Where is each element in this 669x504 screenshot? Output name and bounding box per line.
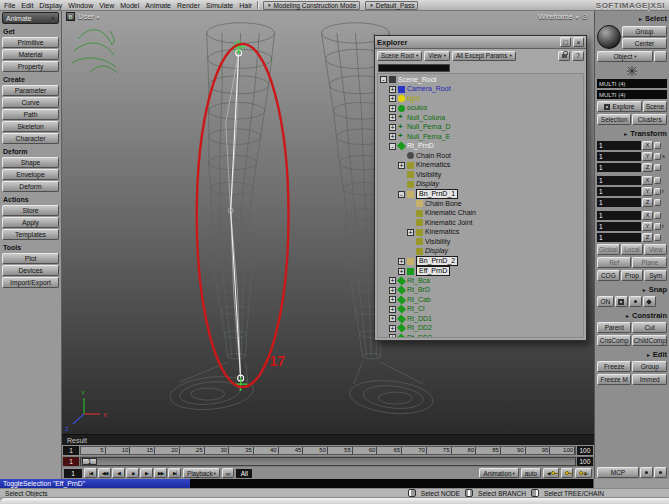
- snap-section-header[interactable]: ► Snap: [597, 285, 667, 294]
- childcomp-button[interactable]: ChildComp: [632, 335, 667, 346]
- expand-icon[interactable]: +: [389, 287, 396, 294]
- tree-node-rt-prnd[interactable]: -Rt_PrnD: [378, 142, 583, 152]
- edit-section-header[interactable]: ► Edit: [597, 350, 667, 359]
- menu-render[interactable]: Render: [177, 2, 200, 9]
- snap-point-button[interactable]: [629, 296, 642, 307]
- axis-button-y[interactable]: Y: [642, 222, 653, 231]
- axis-lock-toggle[interactable]: [654, 199, 661, 206]
- expand-icon[interactable]: +: [389, 133, 396, 140]
- axis-button-y[interactable]: Y: [642, 187, 653, 196]
- playback-menu-button[interactable]: Playback ▾: [183, 468, 220, 478]
- axis-lock-toggle[interactable]: [654, 188, 661, 195]
- timeline-slider-handle[interactable]: 1: [82, 458, 97, 465]
- axis-button-x[interactable]: X: [642, 176, 653, 185]
- center-button[interactable]: Center: [622, 38, 667, 49]
- timeline-slider-track[interactable]: 1: [80, 457, 576, 466]
- display-mode-menu[interactable]: Wireframe: [538, 12, 573, 21]
- cog-button[interactable]: COG: [597, 270, 620, 281]
- select-section-header[interactable]: ► Select: [597, 14, 667, 23]
- timeline-end-field[interactable]: 100: [577, 446, 593, 455]
- current-frame-entry[interactable]: 1: [64, 469, 82, 478]
- axis-button-z[interactable]: Z: [642, 233, 653, 242]
- timeline-ruler[interactable]: 5101520253035404550556065707580859095100: [80, 446, 576, 455]
- axis-lock-toggle[interactable]: [654, 164, 661, 171]
- transform-value-field[interactable]: 1: [597, 152, 641, 161]
- freeze-m-button[interactable]: Freeze M: [597, 374, 632, 385]
- expand-icon[interactable]: +: [389, 277, 396, 284]
- freeze-button[interactable]: Freeze: [597, 361, 632, 372]
- button-templates[interactable]: Templates: [2, 229, 59, 240]
- button-material[interactable]: Material: [2, 49, 59, 60]
- tree-node-oculos[interactable]: +oculos: [378, 104, 583, 114]
- axis-lock-toggle[interactable]: [654, 234, 661, 241]
- selection-list-field[interactable]: MULTI (4): [597, 79, 667, 88]
- menu-animate[interactable]: Animate: [145, 2, 171, 9]
- tree-node-rt-cab[interactable]: +Rt_Cab: [378, 295, 583, 305]
- prev-key-button[interactable]: ◀: [543, 468, 559, 478]
- snap-grid-button[interactable]: [615, 296, 628, 307]
- space-mode-global[interactable]: Global: [597, 244, 620, 255]
- button-shape[interactable]: Shape: [2, 157, 59, 168]
- menu-file[interactable]: File: [4, 2, 15, 9]
- expand-icon[interactable]: +: [389, 114, 396, 121]
- menu-view[interactable]: View: [99, 2, 114, 9]
- mcp-toggle-button[interactable]: MCP: [597, 467, 639, 478]
- explorer-filter-field[interactable]: [378, 64, 450, 72]
- axis-button-x[interactable]: X: [642, 141, 653, 150]
- lock-icon[interactable]: [558, 51, 570, 61]
- tree-node-bn-prnd-1[interactable]: -Bn_PrnD_1: [378, 189, 583, 199]
- immed-button[interactable]: Immed: [632, 374, 667, 385]
- tree-node-null-perna-d[interactable]: +Null_Perna_D: [378, 123, 583, 133]
- snap-midpoint-button[interactable]: [643, 296, 656, 307]
- tree-node-null-coluna[interactable]: +Null_Coluna: [378, 113, 583, 123]
- plane-button[interactable]: Plane: [632, 257, 667, 268]
- button-devices[interactable]: Devices: [2, 265, 59, 276]
- explorer-dropdown-view[interactable]: View▾: [424, 51, 450, 61]
- tree-node-bn-prnd-2[interactable]: +Bn_PrnD_2: [378, 256, 583, 266]
- go-end-button[interactable]: ▶|: [168, 468, 181, 478]
- selection-filter-dropdown[interactable]: Object ▾: [597, 51, 653, 62]
- collapse-icon[interactable]: -: [389, 143, 396, 150]
- prev-frame-button[interactable]: ◀: [112, 468, 125, 478]
- next-frame-button[interactable]: ▶▶: [154, 468, 167, 478]
- expand-icon[interactable]: +: [389, 306, 396, 313]
- snap-on-button[interactable]: ON: [597, 296, 614, 307]
- selection-button[interactable]: Selection: [597, 114, 632, 125]
- current-frame-field[interactable]: 1: [63, 457, 79, 466]
- cut-button[interactable]: Cut: [632, 322, 667, 333]
- space-mode-local[interactable]: Local: [621, 244, 644, 255]
- tree-node-chain-root[interactable]: Chain Root: [378, 151, 583, 161]
- script-log-area[interactable]: [190, 479, 593, 488]
- pass-dropdown[interactable]: ▼ Default_Pass: [365, 1, 418, 10]
- button-primitive[interactable]: Primitive: [2, 37, 59, 48]
- button-import-export[interactable]: Import/Export: [2, 277, 59, 288]
- selection-sphere-icon[interactable]: [597, 25, 621, 49]
- axis-button-x[interactable]: X: [642, 211, 653, 220]
- clusters-button[interactable]: Clusters: [632, 114, 667, 125]
- auto-key-button[interactable]: auto: [521, 468, 541, 478]
- axis-lock-toggle[interactable]: [654, 142, 661, 149]
- viewport-3d[interactable]: 17YXZ B User ▾ Wireframe ▾ ⊙ Explorer: [62, 11, 594, 435]
- tree-node-visibility[interactable]: Visibility: [378, 170, 583, 180]
- tree-node-rt-brd[interactable]: +Rt_BrD: [378, 286, 583, 296]
- space-mode-view[interactable]: View: [644, 244, 667, 255]
- axis-button-y[interactable]: Y: [642, 152, 653, 161]
- expand-icon[interactable]: +: [389, 325, 396, 332]
- tree-node-kinematics[interactable]: +Kinematics: [378, 228, 583, 238]
- tree-node-chain-bone[interactable]: Chain Bone: [378, 199, 583, 209]
- tree-node-null-perna-e[interactable]: +Null_Perna_E: [378, 132, 583, 142]
- tree-node-eff-prnd[interactable]: +Eff_PrnD: [378, 266, 583, 276]
- button-path[interactable]: Path: [2, 109, 59, 120]
- loop-button[interactable]: ∞: [222, 468, 235, 478]
- tree-node-rt-cl[interactable]: +Rt_Cl: [378, 305, 583, 315]
- timeline-start-field[interactable]: 1: [63, 446, 79, 455]
- play-button[interactable]: ▶: [140, 468, 153, 478]
- axis-lock-toggle[interactable]: [654, 153, 661, 160]
- group-button[interactable]: Group: [622, 26, 667, 37]
- selection-list-field-2[interactable]: MULTI (4): [597, 90, 667, 99]
- transform-value-field[interactable]: 1: [597, 222, 641, 231]
- panel-toggle-button-2[interactable]: [654, 467, 667, 478]
- expand-icon[interactable]: +: [389, 315, 396, 322]
- transform-value-field[interactable]: 1: [597, 198, 641, 207]
- menu-model[interactable]: Model: [120, 2, 139, 9]
